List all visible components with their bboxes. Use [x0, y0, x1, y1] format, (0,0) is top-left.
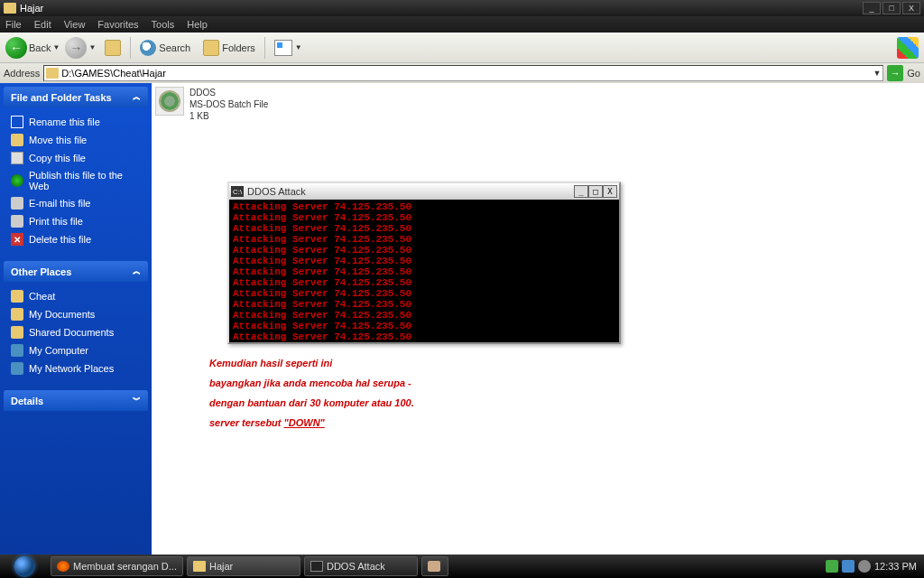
sidebar-item-label: Cheat [29, 291, 55, 302]
cmd-icon: C:\ [231, 186, 244, 197]
chevron-down-icon[interactable]: ▼ [88, 43, 96, 51]
tray-icon[interactable] [842, 560, 855, 573]
rename-icon [11, 116, 23, 128]
console-line: Attacking Server 74.125.235.50 [233, 288, 615, 299]
up-button[interactable] [101, 37, 125, 59]
sidebar-item[interactable]: Move this file [7, 131, 144, 149]
back-button[interactable]: ← Back ▼ [5, 37, 60, 59]
panel-header-other-places[interactable]: Other Places ︽ [4, 261, 148, 282]
cheat-icon [11, 290, 23, 303]
maximize-button[interactable]: □ [882, 2, 901, 14]
sidebar-item[interactable]: Print this file [7, 212, 144, 230]
sidebar: File and Folder Tasks ︽ Rename this file… [0, 83, 152, 555]
menubar: File Edit View Favorites Tools Help [0, 16, 924, 33]
sidebar-item[interactable]: Rename this file [7, 113, 144, 131]
clock[interactable]: 12:33 PM [874, 561, 917, 572]
folders-icon [203, 40, 219, 56]
copy-icon [11, 152, 23, 164]
tray-icon[interactable] [826, 560, 838, 573]
panel-header-details[interactable]: Details ︾ [4, 390, 148, 411]
start-orb-icon [14, 555, 35, 577]
menu-file[interactable]: File [5, 19, 22, 30]
docs-icon [11, 308, 23, 321]
sidebar-item[interactable]: ✕Delete this file [7, 230, 144, 248]
address-dropdown-icon[interactable]: ▼ [873, 69, 881, 78]
content-pane[interactable]: DDOS MS-DOS Batch File 1 KB C:\ DDOS Att… [152, 83, 924, 555]
sidebar-item-label: My Computer [29, 345, 88, 356]
chevron-down-icon[interactable]: ▼ [52, 43, 60, 51]
console-title: DDOS Attack [247, 186, 306, 197]
titlebar[interactable]: Hajar _ □ X [0, 0, 924, 16]
address-input-wrapper[interactable]: ▼ [43, 65, 883, 81]
sidebar-item[interactable]: My Computer [7, 341, 144, 359]
console-maximize-button[interactable]: □ [588, 185, 603, 198]
separator [130, 37, 131, 59]
forward-button[interactable]: → ▼ [65, 37, 96, 59]
console-minimize-button[interactable]: _ [574, 185, 588, 198]
console-close-button[interactable]: X [603, 185, 617, 198]
console-line: Attacking Server 74.125.235.50 [233, 321, 615, 331]
comp-icon [11, 344, 23, 357]
console-line: Attacking Server 74.125.235.50 [233, 277, 615, 288]
file-item-ddos[interactable]: DDOS MS-DOS Batch File 1 KB [155, 87, 268, 122]
console-line: Attacking Server 74.125.235.50 [233, 299, 615, 310]
folder-icon [46, 68, 59, 79]
menu-help[interactable]: Help [187, 19, 208, 30]
taskbar-button[interactable] [421, 556, 448, 576]
sidebar-item-label: Shared Documents [29, 327, 114, 338]
go-button[interactable]: → [887, 65, 903, 81]
sidebar-item[interactable]: My Network Places [7, 359, 144, 378]
sidebar-item[interactable]: My Documents [7, 305, 144, 323]
sidebar-item-label: Delete this file [29, 234, 91, 245]
console-line: Attacking Server 74.125.235.50 [233, 310, 615, 321]
sidebar-item[interactable]: Copy this file [7, 149, 144, 167]
console-line: Attacking Server 74.125.235.50 [233, 223, 615, 234]
chevron-down-icon[interactable]: ▼ [295, 43, 302, 51]
view-icon [274, 40, 292, 56]
minimize-button[interactable]: _ [863, 2, 881, 14]
back-icon: ← [5, 37, 27, 59]
console-line: Attacking Server 74.125.235.50 [233, 201, 615, 212]
sidebar-item-label: Print this file [29, 216, 83, 227]
system-tray[interactable]: 12:33 PM [818, 560, 924, 573]
sidebar-item[interactable]: Shared Documents [7, 323, 144, 341]
cmd-icon [310, 561, 323, 572]
console-line: Attacking Server 74.125.235.50 [233, 331, 615, 342]
taskbar-button[interactable]: Membuat serangan D... [51, 556, 183, 576]
address-input[interactable] [61, 68, 873, 79]
sidebar-item[interactable]: E-mail this file [7, 194, 144, 212]
folders-button[interactable]: Folders [199, 37, 259, 59]
forward-icon: → [65, 37, 87, 59]
start-button[interactable] [0, 555, 49, 578]
search-button[interactable]: Search [136, 37, 194, 59]
sidebar-item-label: Copy this file [29, 153, 86, 163]
console-line: Attacking Server 74.125.235.50 [233, 234, 615, 245]
shared-icon [11, 326, 23, 339]
search-icon [140, 40, 156, 56]
console-window[interactable]: C:\ DDOS Attack _ □ X Attacking Server 7… [227, 182, 621, 344]
menu-view[interactable]: View [64, 19, 86, 30]
windows-logo-icon [897, 37, 919, 59]
file-size: 1 KB [189, 110, 268, 122]
taskbar-button[interactable]: DDOS Attack [304, 556, 418, 576]
delete-icon: ✕ [11, 233, 23, 246]
console-line: Attacking Server 74.125.235.50 [233, 256, 615, 266]
fold-icon [193, 561, 206, 572]
email-icon [11, 197, 23, 210]
chevron-up-icon: ︽ [133, 91, 141, 103]
console-titlebar[interactable]: C:\ DDOS Attack _ □ X [229, 183, 619, 200]
taskbar-button[interactable]: Hajar [187, 556, 300, 576]
sidebar-item[interactable]: Publish this file to the Web [7, 167, 144, 194]
close-button[interactable]: X [902, 2, 920, 14]
menu-favorites[interactable]: Favorites [97, 19, 138, 30]
toolbar: ← Back ▼ → ▼ Search Folders ▼ [0, 33, 924, 63]
view-button[interactable]: ▼ [271, 37, 306, 59]
console-line: Attacking Server 74.125.235.50 [233, 245, 615, 256]
menu-edit[interactable]: Edit [34, 19, 51, 30]
address-bar: Address ▼ → Go [0, 63, 924, 83]
tray-icon[interactable] [858, 560, 871, 573]
menu-tools[interactable]: Tools [152, 19, 175, 30]
window-title: Hajar [20, 3, 43, 14]
sidebar-item[interactable]: Cheat [7, 287, 144, 305]
panel-header-file-tasks[interactable]: File and Folder Tasks ︽ [4, 87, 148, 107]
